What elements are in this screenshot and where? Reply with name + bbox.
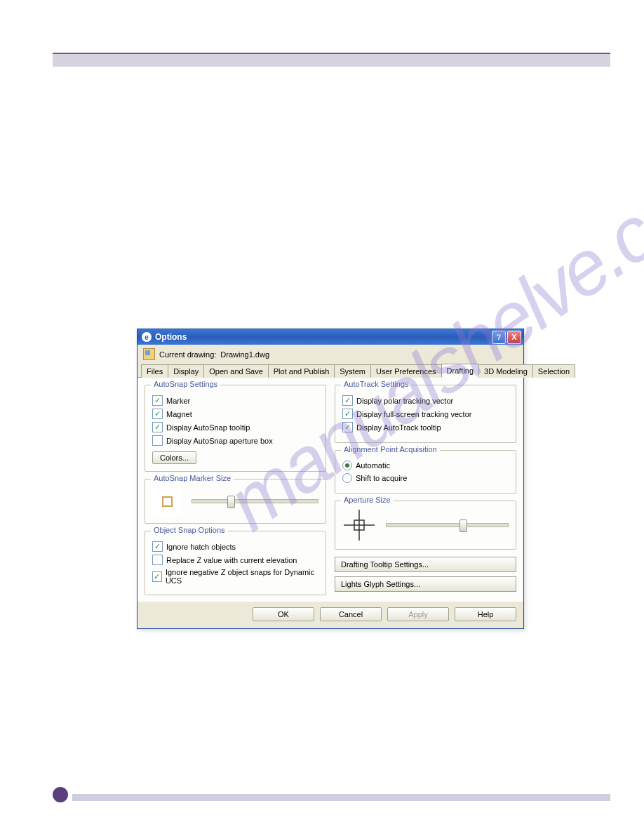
label-autosnap-tooltip: Display AutoSnap tooltip	[166, 423, 250, 432]
group-alignment-point: Alignment Point Acquisition Automatic Sh…	[335, 450, 516, 494]
label-ignore-neg-z: Ignore negative Z object snaps for Dynam…	[166, 568, 318, 585]
tab-display[interactable]: Display	[168, 364, 204, 378]
left-column: AutoSnap Settings ✓ Marker ✓ Magnet ✓ Di…	[145, 385, 326, 596]
group-title-aperture: Aperture Size	[341, 496, 394, 504]
label-marker: Marker	[166, 397, 190, 405]
group-title-marker-size: AutoSnap Marker Size	[151, 474, 234, 482]
right-buttons: Drafting Tooltip Settings... Lights Glyp…	[335, 557, 516, 596]
apply-button[interactable]: Apply	[387, 607, 449, 621]
label-automatic: Automatic	[356, 461, 390, 470]
group-title-alignment: Alignment Point Acquisition	[341, 445, 440, 454]
checkbox-ignore-hatch[interactable]: ✓	[152, 541, 163, 552]
titlebar-close-button[interactable]: X	[507, 331, 521, 344]
label-aperture-box: Display AutoSnap aperture box	[166, 437, 273, 445]
tab-3d-modeling[interactable]: 3D Modeling	[478, 364, 533, 378]
subheader: Current drawing: Drawing1.dwg	[137, 345, 523, 363]
group-aperture-size: Aperture Size	[335, 501, 516, 550]
label-shift-acquire: Shift to acquire	[356, 474, 407, 482]
page-footer-decoration	[53, 793, 610, 802]
group-autosnap-marker-size: AutoSnap Marker Size	[145, 479, 326, 524]
cancel-button[interactable]: Cancel	[320, 607, 382, 621]
label-magnet: Magnet	[166, 410, 192, 418]
current-drawing-value: Drawing1.dwg	[220, 350, 269, 359]
tab-files[interactable]: Files	[141, 364, 168, 378]
radio-shift-acquire[interactable]	[342, 473, 352, 483]
checkbox-autosnap-tooltip[interactable]: ✓	[152, 422, 163, 432]
page-header-decoration	[53, 53, 610, 67]
marker-preview-box	[152, 486, 182, 516]
help-button[interactable]: Help	[455, 607, 516, 621]
checkbox-polar-tracking[interactable]: ✓	[342, 395, 353, 406]
group-title-osnap-options: Object Snap Options	[151, 526, 228, 534]
titlebar-help-button[interactable]: ?	[492, 331, 506, 344]
tab-panel-drafting: AutoSnap Settings ✓ Marker ✓ Magnet ✓ Di…	[137, 378, 523, 602]
checkbox-ignore-neg-z[interactable]: ✓	[152, 571, 162, 582]
marker-slider-thumb[interactable]	[227, 496, 235, 508]
group-autotrack-settings: AutoTrack Settings ✓ Display polar track…	[335, 385, 516, 443]
tab-drafting[interactable]: Drafting	[441, 364, 480, 378]
tab-selection[interactable]: Selection	[532, 364, 575, 378]
dialog-footer: OK Cancel Apply Help	[137, 602, 523, 628]
group-autosnap-settings: AutoSnap Settings ✓ Marker ✓ Magnet ✓ Di…	[145, 385, 326, 472]
label-autotrack-tooltip: Display AutoTrack tooltip	[356, 423, 441, 432]
checkbox-autotrack-tooltip[interactable]: ✓	[342, 422, 353, 432]
ok-button[interactable]: OK	[253, 607, 314, 621]
group-title-autosnap: AutoSnap Settings	[151, 380, 220, 388]
label-replace-z: Replace Z value with current elevation	[166, 556, 297, 564]
tab-strip: Files Display Open and Save Plot and Pub…	[137, 363, 523, 378]
marker-square-icon	[162, 496, 173, 507]
checkbox-fullscreen-tracking[interactable]: ✓	[342, 409, 353, 419]
checkbox-magnet[interactable]: ✓	[152, 409, 163, 419]
group-title-autotrack: AutoTrack Settings	[341, 380, 412, 388]
titlebar: e Options ? X	[137, 329, 523, 345]
tab-open-save[interactable]: Open and Save	[203, 364, 268, 378]
drawing-icon	[143, 348, 155, 360]
checkbox-marker[interactable]: ✓	[152, 395, 163, 406]
aperture-size-slider[interactable]	[386, 523, 509, 527]
aperture-slider-thumb[interactable]	[459, 519, 467, 532]
current-drawing-label: Current drawing:	[159, 350, 216, 359]
label-ignore-hatch: Ignore hatch objects	[166, 543, 236, 551]
marker-size-slider[interactable]	[192, 499, 318, 503]
label-fullscreen-tracking: Display full-screen tracking vector	[356, 410, 471, 418]
radio-automatic[interactable]	[342, 461, 352, 470]
drafting-tooltip-settings-button[interactable]: Drafting Tooltip Settings...	[335, 557, 516, 572]
colors-button[interactable]: Colors...	[152, 451, 196, 464]
aperture-crosshair-icon	[342, 508, 376, 542]
right-column: AutoTrack Settings ✓ Display polar track…	[335, 385, 516, 596]
dialog-title: Options	[155, 332, 492, 342]
tab-plot-publish[interactable]: Plot and Publish	[268, 364, 335, 378]
lights-glyph-settings-button[interactable]: Lights Glyph Settings...	[335, 576, 516, 592]
aperture-preview-box	[342, 508, 376, 542]
label-polar-tracking: Display polar tracking vector	[356, 397, 453, 405]
checkbox-aperture-box[interactable]	[152, 435, 163, 446]
tab-system[interactable]: System	[334, 364, 371, 378]
tab-user-prefs[interactable]: User Preferences	[370, 364, 442, 378]
app-icon: e	[142, 332, 152, 342]
checkbox-replace-z[interactable]	[152, 555, 163, 565]
options-dialog: e Options ? X Current drawing: Drawing1.…	[137, 329, 524, 629]
group-object-snap-options: Object Snap Options ✓ Ignore hatch objec…	[145, 531, 326, 595]
